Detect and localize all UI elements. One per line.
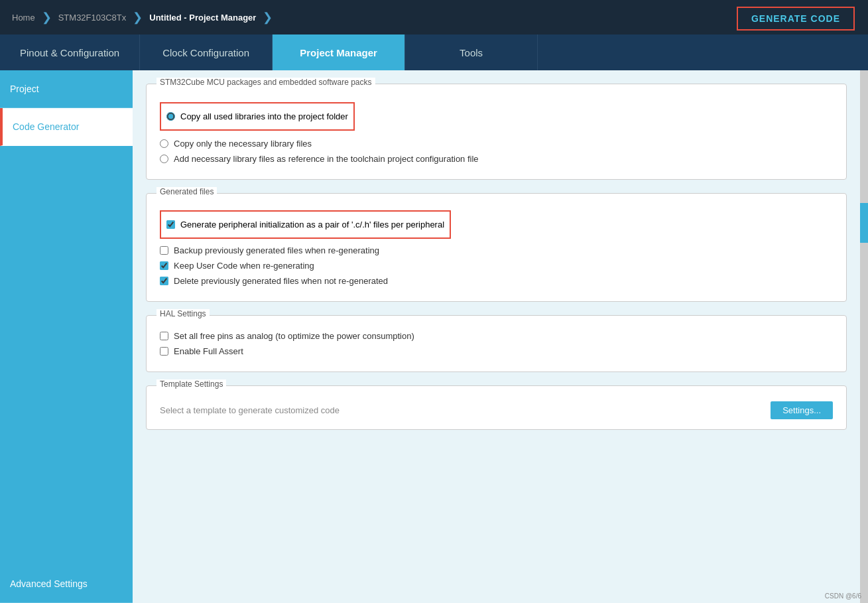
sidebar-item-project[interactable]: Project: [0, 70, 133, 108]
radio-copy-all-wrapper: Copy all used libraries into the project…: [160, 102, 355, 131]
generated-files-legend: Generated files: [156, 187, 217, 196]
hal-settings-body: Set all free pins as analog (to optimize…: [160, 331, 833, 356]
checkbox-full-assert-option[interactable]: Enable Full Assert: [160, 346, 833, 356]
watermark: CSDN @6/6: [825, 592, 861, 600]
radio-copy-all-label: Copy all used libraries into the project…: [180, 111, 348, 121]
checkbox-free-pins-option[interactable]: Set all free pins as analog (to optimize…: [160, 331, 833, 341]
radio-copy-all-input[interactable]: [166, 112, 175, 121]
checkbox-backup-input[interactable]: [160, 246, 168, 255]
generated-files-section: Generated files Generate peripheral init…: [146, 193, 847, 302]
checkbox-delete-generated-input[interactable]: [160, 277, 168, 285]
checkbox-generate-peripheral-label: Generate peripheral initialization as a …: [180, 220, 444, 230]
checkbox-generate-peripheral-input[interactable]: [166, 220, 175, 229]
mcu-packages-section: STM32Cube MCU packages and embedded soft…: [146, 84, 847, 180]
checkbox-generate-peripheral-option[interactable]: Generate peripheral initialization as a …: [166, 220, 444, 230]
template-settings-section: Template Settings Select a template to g…: [146, 385, 847, 430]
tab-pinout[interactable]: Pinout & Configuration: [0, 34, 140, 70]
checkbox-full-assert-input[interactable]: [160, 347, 168, 356]
tab-project-manager[interactable]: Project Manager: [273, 34, 405, 70]
breadcrumb-mcu[interactable]: STM32F103C8Tx: [53, 10, 132, 25]
main-layout: Project Code Generator Advanced Settings…: [0, 70, 868, 603]
checkbox-keep-user-code-option[interactable]: Keep User Code when re-generating: [160, 261, 833, 271]
checkbox-keep-user-code-input[interactable]: [160, 261, 168, 270]
radio-copy-necessary-input[interactable]: [160, 139, 168, 148]
scrollbar[interactable]: [860, 70, 868, 603]
sidebar-item-advanced-settings[interactable]: Advanced Settings: [0, 565, 133, 603]
breadcrumb-home[interactable]: Home: [7, 10, 40, 25]
breadcrumb: Home ❯ STM32F103C8Tx ❯ Untitled - Projec…: [7, 10, 274, 25]
scrollbar-thumb[interactable]: [860, 203, 868, 243]
mcu-packages-legend: STM32Cube MCU packages and embedded soft…: [156, 78, 375, 87]
tab-bar: Pinout & Configuration Clock Configurati…: [0, 34, 868, 70]
top-nav: Home ❯ STM32F103C8Tx ❯ Untitled - Projec…: [0, 0, 868, 34]
breadcrumb-project[interactable]: Untitled - Project Manager: [144, 10, 261, 25]
hal-settings-section: HAL Settings Set all free pins as analog…: [146, 315, 847, 372]
checkbox-free-pins-label: Set all free pins as analog (to optimize…: [174, 331, 414, 341]
mcu-packages-body: Copy all used libraries into the project…: [160, 100, 833, 164]
breadcrumb-sep-1: ❯: [42, 10, 52, 25]
hal-settings-legend: HAL Settings: [156, 309, 210, 318]
checkbox-backup-option[interactable]: Backup previously generated files when r…: [160, 245, 833, 255]
content-area: STM32Cube MCU packages and embedded soft…: [133, 70, 860, 603]
radio-copy-necessary-option[interactable]: Copy only the necessary library files: [160, 139, 833, 149]
template-row: Select a template to generate customized…: [160, 401, 833, 419]
checkbox-free-pins-input[interactable]: [160, 332, 168, 340]
settings-button[interactable]: Settings...: [771, 401, 833, 419]
sidebar: Project Code Generator Advanced Settings: [0, 70, 133, 603]
radio-add-reference-label: Add necessary library files as reference…: [174, 154, 479, 164]
tab-tools[interactable]: Tools: [405, 34, 538, 70]
checkbox-keep-user-code-label: Keep User Code when re-generating: [174, 261, 314, 271]
breadcrumb-sep-3: ❯: [263, 10, 273, 25]
sidebar-spacer: [0, 146, 133, 565]
checkbox-backup-label: Backup previously generated files when r…: [174, 245, 379, 255]
checkbox-delete-generated-label: Delete previously generated files when n…: [174, 276, 388, 286]
radio-add-reference-option[interactable]: Add necessary library files as reference…: [160, 154, 833, 164]
template-placeholder-text: Select a template to generate customized…: [160, 405, 340, 415]
breadcrumb-sep-2: ❯: [133, 10, 143, 25]
checkbox-full-assert-label: Enable Full Assert: [174, 346, 243, 356]
radio-copy-necessary-label: Copy only the necessary library files: [174, 139, 312, 149]
sidebar-item-code-generator[interactable]: Code Generator: [0, 108, 133, 146]
generate-code-button[interactable]: GENERATE CODE: [737, 7, 855, 31]
generated-files-body: Generate peripheral initialization as a …: [160, 209, 833, 286]
radio-copy-all-option[interactable]: Copy all used libraries into the project…: [166, 111, 348, 121]
checkbox-generate-peripheral-wrapper: Generate peripheral initialization as a …: [160, 210, 451, 239]
template-settings-legend: Template Settings: [156, 379, 226, 389]
tab-clock[interactable]: Clock Configuration: [140, 34, 273, 70]
radio-add-reference-input[interactable]: [160, 155, 168, 163]
checkbox-delete-generated-option[interactable]: Delete previously generated files when n…: [160, 276, 833, 286]
